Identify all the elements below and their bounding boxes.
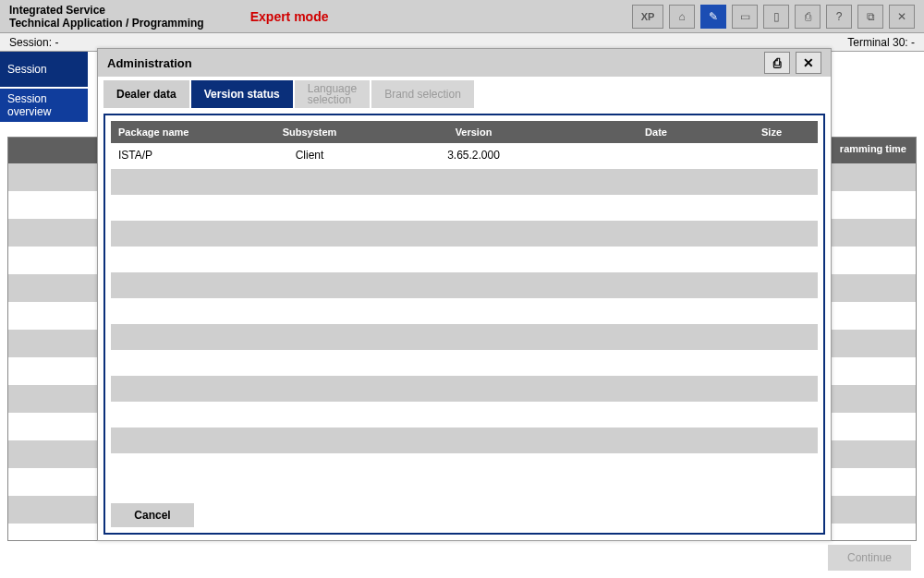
cell-c3 bbox=[360, 169, 587, 195]
table-row[interactable] bbox=[111, 350, 818, 376]
cell-c3 bbox=[360, 221, 587, 247]
cell-c4 bbox=[587, 427, 725, 453]
col-size: Size bbox=[725, 121, 818, 143]
cell-c1 bbox=[111, 169, 259, 195]
cell-c1 bbox=[111, 272, 259, 298]
layout-icon[interactable]: ▭ bbox=[732, 5, 758, 29]
cell-c4 bbox=[587, 376, 725, 402]
cell-c4 bbox=[587, 169, 725, 195]
administration-modal: Administration ⎙ ✕ Dealer data Version s… bbox=[97, 48, 832, 541]
cell-c2 bbox=[259, 221, 360, 247]
terminal-label: Terminal 30: bbox=[847, 36, 907, 49]
cell-c2 bbox=[259, 427, 360, 453]
table-row[interactable] bbox=[111, 324, 818, 350]
cell-c4 bbox=[587, 247, 725, 272]
cell-c2 bbox=[259, 376, 360, 402]
session-label: Session: bbox=[9, 36, 52, 49]
cell-c1 bbox=[111, 427, 259, 453]
cell-c5 bbox=[725, 350, 818, 376]
cell-c5 bbox=[725, 143, 818, 169]
cell-c5 bbox=[725, 272, 818, 298]
sidebar-tab-session-overview[interactable]: Session overview bbox=[0, 89, 88, 124]
table-row[interactable] bbox=[111, 195, 818, 221]
tab-language-selection[interactable]: Language selection bbox=[295, 80, 370, 108]
table-row[interactable] bbox=[111, 169, 818, 195]
tab-brand-selection[interactable]: Brand selection bbox=[371, 80, 474, 108]
cell-c4 bbox=[587, 402, 725, 427]
settings-icon[interactable]: ⧉ bbox=[857, 5, 883, 29]
help-icon[interactable]: ? bbox=[826, 5, 852, 29]
cell-c2 bbox=[259, 298, 360, 324]
cell-c1 bbox=[111, 195, 259, 221]
cell-c1 bbox=[111, 402, 259, 427]
cell-c4 bbox=[587, 272, 725, 298]
table-row[interactable] bbox=[111, 298, 818, 324]
cell-c3 bbox=[360, 195, 587, 221]
print-icon[interactable]: ⎙ bbox=[795, 5, 821, 29]
terminal-value: - bbox=[911, 36, 915, 49]
cell-c5 bbox=[725, 376, 818, 402]
tab-dealer-data[interactable]: Dealer data bbox=[103, 80, 189, 108]
cell-c4 bbox=[587, 143, 725, 169]
sidebar: Session Session overview bbox=[0, 52, 88, 124]
table-row[interactable] bbox=[111, 247, 818, 272]
cell-c4 bbox=[587, 221, 725, 247]
cell-c1 bbox=[111, 350, 259, 376]
cell-c3 bbox=[360, 402, 587, 427]
cell-c2 bbox=[259, 324, 360, 350]
table-row[interactable] bbox=[111, 272, 818, 298]
table-body: ISTA/PClient3.65.2.000 bbox=[111, 143, 818, 498]
app-title: Integrated Service Technical Application… bbox=[0, 2, 213, 31]
cell-c2 bbox=[259, 195, 360, 221]
toolbar-icons: XP ⌂ ✎ ▭ ▯ ⎙ ? ⧉ ✕ bbox=[632, 5, 924, 29]
cell-c1 bbox=[111, 324, 259, 350]
cell-c2 bbox=[259, 247, 360, 272]
modal-panel: Package name Subsystem Version Date Size… bbox=[103, 114, 825, 535]
cell-c2 bbox=[259, 169, 360, 195]
cell-c3 bbox=[360, 350, 587, 376]
cancel-button[interactable]: Cancel bbox=[111, 503, 194, 527]
modal-titlebar: Administration ⎙ ✕ bbox=[98, 49, 831, 77]
device-icon[interactable]: ▯ bbox=[763, 5, 789, 29]
sidebar-tab-session[interactable]: Session bbox=[0, 52, 88, 89]
home-icon[interactable]: ⌂ bbox=[669, 5, 695, 29]
cell-c1 bbox=[111, 298, 259, 324]
cell-c5 bbox=[725, 298, 818, 324]
col-subsystem: Subsystem bbox=[259, 121, 360, 143]
app-title-line1: Integrated Service bbox=[9, 4, 204, 17]
cell-c5 bbox=[725, 247, 818, 272]
tab-version-status[interactable]: Version status bbox=[191, 80, 293, 108]
print-modal-icon[interactable]: ⎙ bbox=[764, 52, 790, 74]
xp-button[interactable]: XP bbox=[632, 5, 663, 29]
cell-c5 bbox=[725, 221, 818, 247]
cell-c1 bbox=[111, 376, 259, 402]
table-row[interactable] bbox=[111, 402, 818, 427]
cell-c4 bbox=[587, 350, 725, 376]
cell-c2 bbox=[259, 350, 360, 376]
table-row[interactable] bbox=[111, 221, 818, 247]
cell-c1 bbox=[111, 247, 259, 272]
col-date: Date bbox=[587, 121, 725, 143]
session-value: - bbox=[55, 36, 58, 49]
cell-c2 bbox=[259, 402, 360, 427]
close-modal-icon[interactable]: ✕ bbox=[796, 52, 821, 74]
cell-c5 bbox=[725, 402, 818, 427]
modal-title-text: Administration bbox=[107, 56, 192, 70]
cell-c5 bbox=[725, 427, 818, 453]
cell-c5 bbox=[725, 169, 818, 195]
cell-c4 bbox=[587, 298, 725, 324]
cell-c3 bbox=[360, 272, 587, 298]
cell-c3 bbox=[360, 427, 587, 453]
app-title-line2: Technical Application / Programming bbox=[9, 17, 204, 30]
modal-tabs: Dealer data Version status Language sele… bbox=[98, 77, 831, 108]
edit-icon[interactable]: ✎ bbox=[700, 5, 726, 29]
col-version: Version bbox=[360, 121, 587, 143]
continue-button[interactable]: Continue bbox=[828, 545, 911, 571]
table-row[interactable] bbox=[111, 427, 818, 453]
close-app-icon[interactable]: ✕ bbox=[889, 5, 915, 29]
table-row[interactable]: ISTA/PClient3.65.2.000 bbox=[111, 143, 818, 169]
cell-c4 bbox=[587, 324, 725, 350]
table-row[interactable] bbox=[111, 376, 818, 402]
cell-c2 bbox=[259, 272, 360, 298]
cell-c3 bbox=[360, 376, 587, 402]
